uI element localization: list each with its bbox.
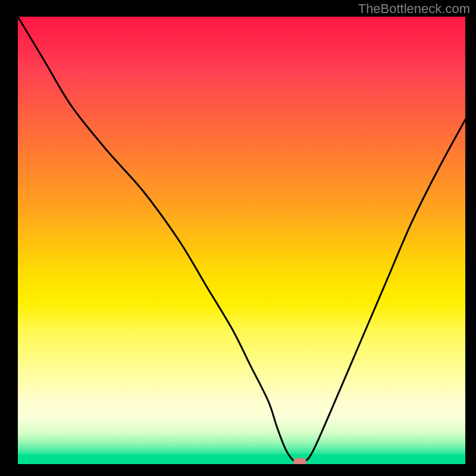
plot-area bbox=[18, 17, 465, 464]
chart-frame: TheBottleneck.com bbox=[0, 0, 476, 476]
watermark-text: TheBottleneck.com bbox=[358, 1, 470, 17]
bottleneck-curve bbox=[18, 17, 465, 464]
optimal-point-marker bbox=[293, 458, 306, 464]
curve-layer bbox=[18, 17, 465, 464]
